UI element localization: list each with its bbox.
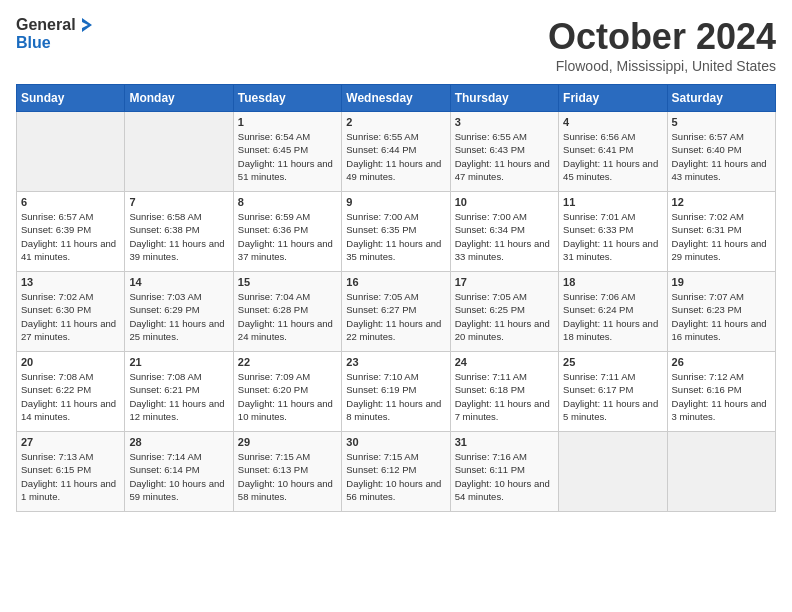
day-cell: 19Sunrise: 7:07 AM Sunset: 6:23 PM Dayli… <box>667 272 775 352</box>
day-cell: 8Sunrise: 6:59 AM Sunset: 6:36 PM Daylig… <box>233 192 341 272</box>
col-sunday: Sunday <box>17 85 125 112</box>
svg-marker-0 <box>82 18 92 32</box>
day-info: Sunrise: 7:16 AM Sunset: 6:11 PM Dayligh… <box>455 450 554 503</box>
day-cell: 6Sunrise: 6:57 AM Sunset: 6:39 PM Daylig… <box>17 192 125 272</box>
day-info: Sunrise: 7:08 AM Sunset: 6:22 PM Dayligh… <box>21 370 120 423</box>
day-info: Sunrise: 7:15 AM Sunset: 6:13 PM Dayligh… <box>238 450 337 503</box>
day-number: 28 <box>129 436 228 448</box>
day-info: Sunrise: 6:57 AM Sunset: 6:40 PM Dayligh… <box>672 130 771 183</box>
header-row: Sunday Monday Tuesday Wednesday Thursday… <box>17 85 776 112</box>
day-number: 18 <box>563 276 662 288</box>
day-info: Sunrise: 7:11 AM Sunset: 6:17 PM Dayligh… <box>563 370 662 423</box>
day-cell: 10Sunrise: 7:00 AM Sunset: 6:34 PM Dayli… <box>450 192 558 272</box>
col-saturday: Saturday <box>667 85 775 112</box>
day-info: Sunrise: 7:10 AM Sunset: 6:19 PM Dayligh… <box>346 370 445 423</box>
day-cell: 27Sunrise: 7:13 AM Sunset: 6:15 PM Dayli… <box>17 432 125 512</box>
day-number: 11 <box>563 196 662 208</box>
day-number: 23 <box>346 356 445 368</box>
week-row-5: 27Sunrise: 7:13 AM Sunset: 6:15 PM Dayli… <box>17 432 776 512</box>
day-cell: 30Sunrise: 7:15 AM Sunset: 6:12 PM Dayli… <box>342 432 450 512</box>
week-row-2: 6Sunrise: 6:57 AM Sunset: 6:39 PM Daylig… <box>17 192 776 272</box>
day-info: Sunrise: 7:02 AM Sunset: 6:30 PM Dayligh… <box>21 290 120 343</box>
day-number: 4 <box>563 116 662 128</box>
day-cell: 25Sunrise: 7:11 AM Sunset: 6:17 PM Dayli… <box>559 352 667 432</box>
day-info: Sunrise: 7:00 AM Sunset: 6:34 PM Dayligh… <box>455 210 554 263</box>
day-number: 10 <box>455 196 554 208</box>
day-number: 12 <box>672 196 771 208</box>
day-number: 25 <box>563 356 662 368</box>
day-number: 20 <box>21 356 120 368</box>
day-number: 21 <box>129 356 228 368</box>
day-number: 1 <box>238 116 337 128</box>
day-cell: 21Sunrise: 7:08 AM Sunset: 6:21 PM Dayli… <box>125 352 233 432</box>
day-number: 29 <box>238 436 337 448</box>
day-number: 24 <box>455 356 554 368</box>
day-info: Sunrise: 7:01 AM Sunset: 6:33 PM Dayligh… <box>563 210 662 263</box>
day-number: 7 <box>129 196 228 208</box>
day-info: Sunrise: 7:06 AM Sunset: 6:24 PM Dayligh… <box>563 290 662 343</box>
col-wednesday: Wednesday <box>342 85 450 112</box>
day-info: Sunrise: 7:04 AM Sunset: 6:28 PM Dayligh… <box>238 290 337 343</box>
day-cell: 20Sunrise: 7:08 AM Sunset: 6:22 PM Dayli… <box>17 352 125 432</box>
day-number: 31 <box>455 436 554 448</box>
day-cell: 1Sunrise: 6:54 AM Sunset: 6:45 PM Daylig… <box>233 112 341 192</box>
day-cell: 17Sunrise: 7:05 AM Sunset: 6:25 PM Dayli… <box>450 272 558 352</box>
day-cell: 14Sunrise: 7:03 AM Sunset: 6:29 PM Dayli… <box>125 272 233 352</box>
day-cell: 15Sunrise: 7:04 AM Sunset: 6:28 PM Dayli… <box>233 272 341 352</box>
day-number: 26 <box>672 356 771 368</box>
day-info: Sunrise: 7:11 AM Sunset: 6:18 PM Dayligh… <box>455 370 554 423</box>
day-number: 6 <box>21 196 120 208</box>
day-cell: 5Sunrise: 6:57 AM Sunset: 6:40 PM Daylig… <box>667 112 775 192</box>
col-thursday: Thursday <box>450 85 558 112</box>
day-cell: 31Sunrise: 7:16 AM Sunset: 6:11 PM Dayli… <box>450 432 558 512</box>
day-cell: 7Sunrise: 6:58 AM Sunset: 6:38 PM Daylig… <box>125 192 233 272</box>
day-info: Sunrise: 6:57 AM Sunset: 6:39 PM Dayligh… <box>21 210 120 263</box>
day-number: 5 <box>672 116 771 128</box>
week-row-1: 1Sunrise: 6:54 AM Sunset: 6:45 PM Daylig… <box>17 112 776 192</box>
day-number: 9 <box>346 196 445 208</box>
day-number: 8 <box>238 196 337 208</box>
day-info: Sunrise: 7:05 AM Sunset: 6:25 PM Dayligh… <box>455 290 554 343</box>
day-cell: 13Sunrise: 7:02 AM Sunset: 6:30 PM Dayli… <box>17 272 125 352</box>
day-cell: 16Sunrise: 7:05 AM Sunset: 6:27 PM Dayli… <box>342 272 450 352</box>
header: General Blue October 2024 Flowood, Missi… <box>16 16 776 74</box>
day-cell: 22Sunrise: 7:09 AM Sunset: 6:20 PM Dayli… <box>233 352 341 432</box>
day-cell: 23Sunrise: 7:10 AM Sunset: 6:19 PM Dayli… <box>342 352 450 432</box>
day-cell <box>667 432 775 512</box>
day-info: Sunrise: 7:12 AM Sunset: 6:16 PM Dayligh… <box>672 370 771 423</box>
day-info: Sunrise: 7:14 AM Sunset: 6:14 PM Dayligh… <box>129 450 228 503</box>
day-number: 17 <box>455 276 554 288</box>
day-cell: 18Sunrise: 7:06 AM Sunset: 6:24 PM Dayli… <box>559 272 667 352</box>
day-info: Sunrise: 6:55 AM Sunset: 6:44 PM Dayligh… <box>346 130 445 183</box>
day-cell: 11Sunrise: 7:01 AM Sunset: 6:33 PM Dayli… <box>559 192 667 272</box>
month-title: October 2024 <box>548 16 776 58</box>
day-info: Sunrise: 7:03 AM Sunset: 6:29 PM Dayligh… <box>129 290 228 343</box>
day-info: Sunrise: 7:09 AM Sunset: 6:20 PM Dayligh… <box>238 370 337 423</box>
calendar-body: 1Sunrise: 6:54 AM Sunset: 6:45 PM Daylig… <box>17 112 776 512</box>
day-info: Sunrise: 6:56 AM Sunset: 6:41 PM Dayligh… <box>563 130 662 183</box>
day-cell: 29Sunrise: 7:15 AM Sunset: 6:13 PM Dayli… <box>233 432 341 512</box>
day-cell: 24Sunrise: 7:11 AM Sunset: 6:18 PM Dayli… <box>450 352 558 432</box>
col-tuesday: Tuesday <box>233 85 341 112</box>
day-cell <box>17 112 125 192</box>
day-cell <box>559 432 667 512</box>
day-cell: 3Sunrise: 6:55 AM Sunset: 6:43 PM Daylig… <box>450 112 558 192</box>
day-cell: 9Sunrise: 7:00 AM Sunset: 6:35 PM Daylig… <box>342 192 450 272</box>
day-number: 27 <box>21 436 120 448</box>
calendar-table: Sunday Monday Tuesday Wednesday Thursday… <box>16 84 776 512</box>
week-row-4: 20Sunrise: 7:08 AM Sunset: 6:22 PM Dayli… <box>17 352 776 432</box>
day-cell <box>125 112 233 192</box>
col-friday: Friday <box>559 85 667 112</box>
day-info: Sunrise: 6:58 AM Sunset: 6:38 PM Dayligh… <box>129 210 228 263</box>
day-info: Sunrise: 6:55 AM Sunset: 6:43 PM Dayligh… <box>455 130 554 183</box>
day-number: 19 <box>672 276 771 288</box>
day-number: 30 <box>346 436 445 448</box>
day-info: Sunrise: 7:02 AM Sunset: 6:31 PM Dayligh… <box>672 210 771 263</box>
day-cell: 4Sunrise: 6:56 AM Sunset: 6:41 PM Daylig… <box>559 112 667 192</box>
day-cell: 12Sunrise: 7:02 AM Sunset: 6:31 PM Dayli… <box>667 192 775 272</box>
day-info: Sunrise: 7:13 AM Sunset: 6:15 PM Dayligh… <box>21 450 120 503</box>
week-row-3: 13Sunrise: 7:02 AM Sunset: 6:30 PM Dayli… <box>17 272 776 352</box>
day-cell: 2Sunrise: 6:55 AM Sunset: 6:44 PM Daylig… <box>342 112 450 192</box>
day-number: 22 <box>238 356 337 368</box>
day-info: Sunrise: 7:05 AM Sunset: 6:27 PM Dayligh… <box>346 290 445 343</box>
